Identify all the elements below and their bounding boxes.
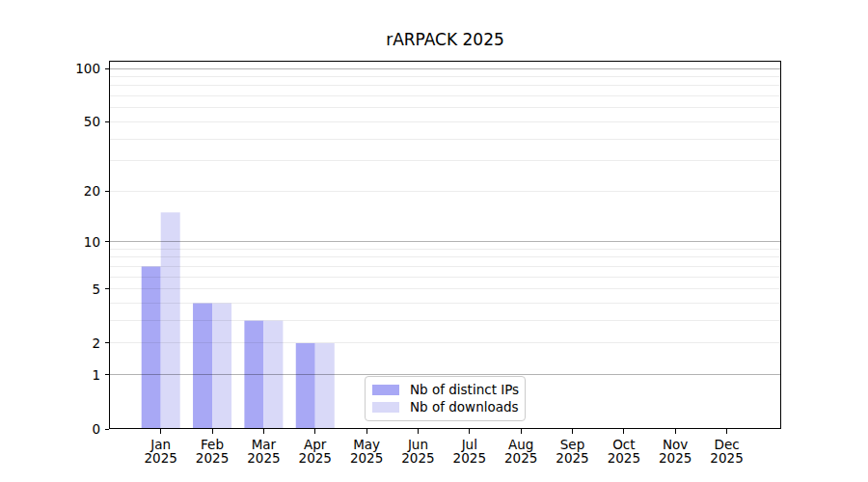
legend-label-downloads: Nb of downloads xyxy=(410,399,519,415)
x-tick-label-year-nov: 2025 xyxy=(659,450,692,466)
legend: Nb of distinct IPs Nb of downloads xyxy=(365,376,526,421)
legend-swatch-downloads xyxy=(372,402,399,413)
x-tick-label-year-aug: 2025 xyxy=(504,450,537,466)
y-tick-label-50: 50 xyxy=(84,114,100,129)
bar-nb-of-downloads-feb xyxy=(212,304,231,428)
bar-nb-of-distinct-ips-apr xyxy=(296,343,315,428)
x-tick-label-year-oct: 2025 xyxy=(608,450,640,466)
x-tick-label-year-feb: 2025 xyxy=(196,450,229,466)
legend-swatch-distinct-ips xyxy=(372,385,399,395)
bar-nb-of-distinct-ips-jan xyxy=(142,266,161,428)
legend-label-distinct-ips: Nb of distinct IPs xyxy=(410,382,519,398)
x-tick-label-year-jan: 2025 xyxy=(145,450,177,466)
y-tick-label-0: 0 xyxy=(92,421,100,437)
x-tick-label-year-jul: 2025 xyxy=(453,450,486,466)
y-tick-label-10: 10 xyxy=(84,234,100,250)
x-tick-label-year-jun: 2025 xyxy=(401,450,434,466)
x-tick-label-year-sep: 2025 xyxy=(556,450,588,466)
y-tick-label-5: 5 xyxy=(92,281,100,297)
y-tick-label-20: 20 xyxy=(84,183,100,199)
chart-figure: rARPACK 2025 0125102050100Jan2025Feb2025… xyxy=(0,0,868,482)
x-tick-label-year-dec: 2025 xyxy=(710,450,743,466)
legend-item-downloads: Nb of downloads xyxy=(372,399,517,415)
y-tick-label-1: 1 xyxy=(92,367,100,383)
bar-nb-of-distinct-ips-feb xyxy=(193,304,212,428)
y-tick-label-100: 100 xyxy=(75,61,100,76)
x-tick-label-year-mar: 2025 xyxy=(247,450,280,466)
y-tick-label-2: 2 xyxy=(92,335,100,351)
x-tick-label-year-apr: 2025 xyxy=(299,450,332,466)
legend-item-distinct-ips: Nb of distinct IPs xyxy=(372,382,517,398)
x-tick-label-year-may: 2025 xyxy=(350,450,383,466)
bar-nb-of-downloads-apr xyxy=(315,343,335,428)
